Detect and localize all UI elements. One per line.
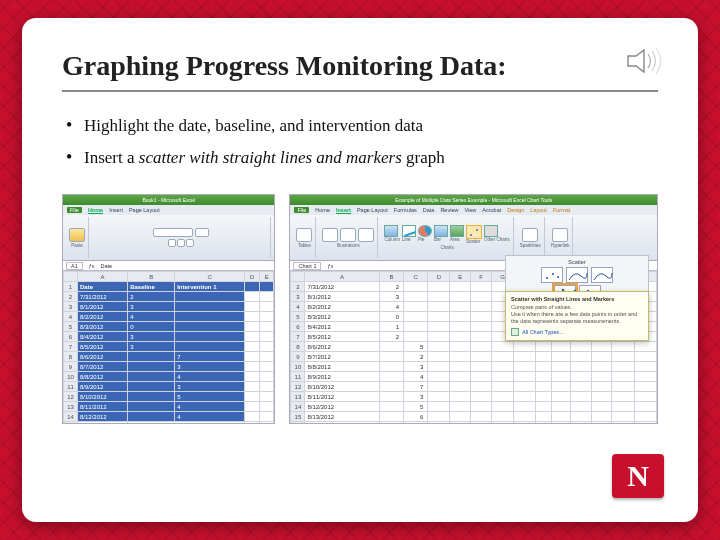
- tab-design[interactable]: Design: [507, 207, 524, 213]
- chart-type-tooltip: Scatter with Straight Lines and Markers …: [505, 291, 649, 341]
- ribbon-group-clipboard: Paste: [66, 217, 89, 258]
- slide-title: Graphing Progress Monitoring Data:: [62, 50, 658, 92]
- fx-icon[interactable]: ƒx: [327, 263, 333, 269]
- paste-icon[interactable]: [69, 228, 85, 242]
- tab-view[interactable]: View: [464, 207, 476, 213]
- sparkline-icon[interactable]: [522, 228, 538, 242]
- tab-home[interactable]: Home: [88, 207, 103, 214]
- name-box[interactable]: A1: [66, 262, 83, 270]
- size-box[interactable]: [195, 228, 209, 237]
- group-label: Charts: [440, 245, 453, 250]
- tab-format[interactable]: Format: [553, 207, 570, 213]
- speaker-icon: [626, 46, 666, 76]
- italic-icon[interactable]: [177, 239, 185, 247]
- tab-acrobat[interactable]: Acrobat: [482, 207, 501, 213]
- ribbon-group-sparklines: Sparklines: [517, 217, 545, 258]
- window-titlebar: Book1 - Microsoft Excel: [63, 195, 274, 205]
- nebraska-n-logo: N: [612, 454, 664, 498]
- excel-screenshot-highlight: Book1 - Microsoft Excel File Home Insert…: [62, 194, 275, 424]
- name-box[interactable]: Chart 1: [293, 262, 321, 270]
- scatter-chart-button[interactable]: Scatter: [466, 225, 482, 244]
- scatter-option-markers-only[interactable]: [541, 267, 563, 283]
- bullet-item: Highlight the date, baseline, and interv…: [62, 110, 658, 142]
- ribbon: Paste: [63, 215, 274, 261]
- line-chart-button[interactable]: Line: [402, 225, 416, 244]
- tab-review[interactable]: Review: [440, 207, 458, 213]
- group-label: Hyperlink: [551, 243, 570, 248]
- shapes-icon[interactable]: [358, 228, 374, 242]
- ribbon-group-tables: Tables: [293, 217, 316, 258]
- ribbon-tabs: File Home Insert Page Layout: [63, 205, 274, 215]
- tab-formulas[interactable]: Formulas: [394, 207, 417, 213]
- picture-icon[interactable]: [322, 228, 338, 242]
- pivottable-icon[interactable]: [296, 228, 312, 242]
- file-tab[interactable]: File: [67, 207, 82, 213]
- bar-chart-button[interactable]: Bar: [434, 225, 448, 244]
- bullet-list: Highlight the date, baseline, and interv…: [62, 110, 658, 174]
- formula-bar: A1 ƒx Date: [63, 261, 274, 271]
- slide-card: Graphing Progress Monitoring Data: Highl…: [22, 18, 698, 522]
- tab-data[interactable]: Data: [423, 207, 435, 213]
- window-titlebar: Example of Multiple Data Series Example …: [290, 195, 657, 205]
- bullet-item: Insert a scatter with straight lines and…: [62, 142, 658, 174]
- group-label: Sparklines: [520, 243, 541, 248]
- tab-home[interactable]: Home: [315, 207, 330, 213]
- tooltip-title: Scatter with Straight Lines and Markers: [511, 296, 643, 302]
- tooltip-link-label: All Chart Types...: [522, 329, 564, 335]
- area-chart-button[interactable]: Area: [450, 225, 464, 244]
- worksheet[interactable]: ABCDE1DateBaselineIntervention 127/31/20…: [63, 271, 274, 424]
- scatter-option-smooth-lines-markers[interactable]: [566, 267, 588, 283]
- column-chart-button[interactable]: Column: [384, 225, 400, 244]
- tab-page-layout[interactable]: Page Layout: [129, 207, 160, 213]
- underline-icon[interactable]: [186, 239, 194, 247]
- hyperlink-icon[interactable]: [552, 228, 568, 242]
- ribbon-tabs: File Home Insert Page Layout Formulas Da…: [290, 205, 657, 215]
- group-label: Tables: [298, 243, 311, 248]
- tab-insert[interactable]: Insert: [109, 207, 123, 213]
- tab-layout[interactable]: Layout: [530, 207, 547, 213]
- all-chart-types-link[interactable]: All Chart Types...: [511, 328, 643, 336]
- ribbon-group-charts: Column Line Pie Bar Area Scatter Other C…: [381, 217, 513, 258]
- screenshots-row: Book1 - Microsoft Excel File Home Insert…: [62, 194, 658, 424]
- ribbon-group-links: Hyperlink: [548, 217, 574, 258]
- group-label: Illustrations: [337, 243, 360, 248]
- fx-icon[interactable]: ƒx: [89, 263, 95, 269]
- file-tab[interactable]: File: [294, 207, 309, 213]
- scatter-option-smooth-lines[interactable]: [591, 267, 613, 283]
- formula-value[interactable]: Date: [101, 263, 113, 269]
- excel-screenshot-insert-chart: Example of Multiple Data Series Example …: [289, 194, 658, 424]
- tab-insert[interactable]: Insert: [336, 207, 351, 214]
- svg-marker-0: [628, 50, 644, 72]
- chart-types-icon: [511, 328, 519, 336]
- tooltip-body: Compare pairs of values.Use it when ther…: [511, 304, 643, 325]
- tab-page-layout[interactable]: Page Layout: [357, 207, 388, 213]
- font-box[interactable]: [153, 228, 193, 237]
- ribbon-group-font: [92, 217, 271, 258]
- clipart-icon[interactable]: [340, 228, 356, 242]
- paste-label: Paste: [71, 243, 83, 248]
- bold-icon[interactable]: [168, 239, 176, 247]
- logo-letter: N: [627, 459, 649, 493]
- other-charts-button[interactable]: Other Charts: [484, 225, 510, 244]
- scatter-panel-title: Scatter: [509, 259, 645, 265]
- pie-chart-button[interactable]: Pie: [418, 225, 432, 244]
- ribbon-group-illustrations: Illustrations: [319, 217, 378, 258]
